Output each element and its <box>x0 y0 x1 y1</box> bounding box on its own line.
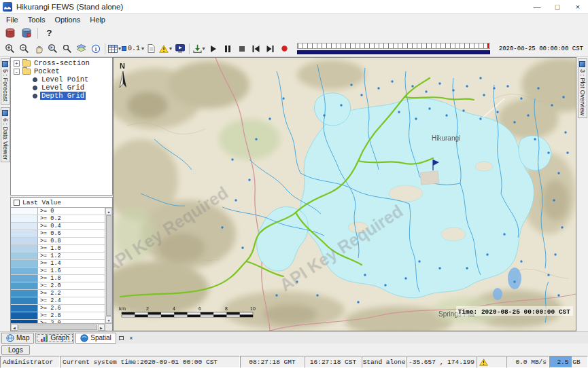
explorer-button[interactable] <box>19 26 33 40</box>
dock-tab-forecast[interactable]: 5 : Forecast <box>1 58 10 105</box>
layers-button[interactable] <box>74 42 88 56</box>
legend-color-swatch <box>11 253 38 259</box>
timeline-ruler[interactable] <box>297 43 490 49</box>
interval-dropdown[interactable]: 0.1 ▾ <box>122 42 144 56</box>
status-download-rate: 0.0 MB/s <box>506 356 549 368</box>
dot-icon <box>33 86 37 90</box>
stop-icon <box>239 45 245 52</box>
minimize-button[interactable]: — <box>527 0 547 13</box>
go-to-end-button[interactable] <box>263 42 277 56</box>
status-system-time: Current system time:2020-09-01 00:00 CST <box>60 356 240 368</box>
close-button[interactable]: × <box>568 0 588 13</box>
toolbar-separator <box>189 43 190 54</box>
tab-map[interactable]: Map <box>1 333 34 344</box>
zoom-in-icon <box>5 43 15 54</box>
time-cursor[interactable] <box>487 43 489 48</box>
legend-color-swatch <box>11 260 38 267</box>
timeline-slider[interactable] <box>297 43 490 54</box>
menu-tools[interactable]: Tools <box>24 15 51 24</box>
tree-item[interactable]: -Pocket <box>11 67 112 75</box>
right-dock-strip: 3 : Plot Overview <box>576 57 588 331</box>
legend-panel: Last Value >= 0>= 0.2>= 0.4>= 0.6>= 0.8>… <box>10 197 113 331</box>
go-to-start-button[interactable] <box>249 42 263 56</box>
timeline-period-bar <box>297 50 490 54</box>
left-dock-strip: 5 : Forecast 6 : Data Viewer <box>0 57 10 331</box>
map-canvas[interactable]: API Key Required API Key Required Hikura… <box>114 58 576 331</box>
animation-display-button[interactable] <box>173 42 187 56</box>
tab-graph[interactable]: Graph <box>35 333 74 344</box>
legend-label: >= 1.6 <box>38 268 105 274</box>
dock-tab-data-viewer[interactable]: 6 : Data Viewer <box>1 107 10 162</box>
legend-label: >= 2.4 <box>38 297 105 304</box>
hand-icon <box>34 44 44 54</box>
zoom-extent-button[interactable] <box>60 42 74 56</box>
legend-row: >= 0.4 <box>11 223 105 230</box>
warning-dropdown[interactable]: ▾ <box>158 42 173 56</box>
legend-row: >= 2.2 <box>11 290 105 297</box>
database-button[interactable] <box>3 26 17 40</box>
legend-color-swatch <box>11 223 38 229</box>
stop-button[interactable] <box>235 42 249 56</box>
window-title: Hikurangi FEWS (Stand alone) <box>16 3 123 11</box>
status-user: Administrator <box>0 356 60 368</box>
tab-label: Spatial <box>90 334 111 342</box>
float-panel-button[interactable] <box>118 334 126 342</box>
status-gmt-time: 08:27:18 GMT <box>240 356 305 368</box>
forecast-tab-icon <box>2 61 8 67</box>
legend-row: >= 1.0 <box>11 245 105 253</box>
legend-row: >= 0.2 <box>11 215 105 223</box>
profile-button[interactable] <box>144 42 158 56</box>
tree-item[interactable]: +Cross-section <box>11 59 112 67</box>
legend-row: >= 0.8 <box>11 238 105 245</box>
scrollbar-thumb[interactable] <box>18 325 97 330</box>
legend-row: >= 1.8 <box>11 275 105 282</box>
tab-spatial[interactable]: Spatial <box>75 333 116 344</box>
tree-item[interactable]: Depth Grid <box>11 92 112 100</box>
menu-options[interactable]: Options <box>50 15 86 24</box>
dock-tab-plot-overview[interactable]: 3 : Plot Overview <box>578 58 587 118</box>
zoom-out-button[interactable] <box>17 42 31 56</box>
chevron-down-icon: ▾ <box>203 46 205 52</box>
map-time-label: Time: 2020-08-25 00:00:00 CST <box>456 306 573 316</box>
legend-title: Last Value <box>22 199 61 206</box>
tree-item[interactable]: Level Point <box>11 75 112 84</box>
scroll-up-icon[interactable]: ▲ <box>105 208 112 215</box>
status-warning[interactable] <box>477 356 506 368</box>
help-button[interactable]: ? <box>42 26 56 40</box>
legend-horizontal-scrollbar[interactable]: ◀ ▶ <box>11 323 105 331</box>
legend-vertical-scrollbar[interactable]: ▲ ▼ <box>105 208 112 323</box>
warning-icon <box>479 358 488 366</box>
status-memory: 2.5 GB <box>549 356 588 368</box>
legend-color-swatch <box>11 215 38 222</box>
pause-button[interactable] <box>220 42 235 56</box>
menu-file[interactable]: File <box>2 15 24 24</box>
tree-item[interactable]: Level Grid <box>11 84 112 92</box>
svg-text:10: 10 <box>250 306 256 311</box>
play-button[interactable] <box>206 42 220 56</box>
scrollbar-thumb[interactable] <box>106 215 111 316</box>
info-button[interactable]: i <box>88 42 103 56</box>
warning-icon <box>159 45 169 53</box>
record-button[interactable] <box>277 42 292 56</box>
scroll-down-icon[interactable]: ▼ <box>105 316 112 323</box>
zoom-in-button[interactable] <box>3 42 17 56</box>
export-animation-dropdown[interactable]: ▾ <box>192 42 206 56</box>
close-panel-button[interactable]: × <box>127 334 135 342</box>
legend-row: >= 2.0 <box>11 282 105 290</box>
logs-button[interactable]: Logs <box>1 345 30 355</box>
scroll-left-icon[interactable]: ◀ <box>11 324 18 331</box>
grid-display-button[interactable]: ▾ <box>107 42 122 56</box>
scroll-right-icon[interactable]: ▶ <box>98 324 105 331</box>
pan-button[interactable] <box>31 42 46 56</box>
current-time-display: 2020-08-25 00:00:00 CST <box>497 44 585 54</box>
tree-expander[interactable]: + <box>14 60 20 67</box>
last-value-checkbox[interactable] <box>14 200 20 206</box>
menu-help[interactable]: Help <box>86 15 111 24</box>
status-coordinates: -35.657 , 174.199 <box>407 356 477 368</box>
top-toolbar: ? <box>0 25 588 41</box>
previous-zoom-button[interactable] <box>46 42 60 56</box>
legend-label: >= 1.0 <box>38 245 105 252</box>
tree-expander[interactable]: - <box>14 69 20 75</box>
maximize-button[interactable]: □ <box>547 0 568 13</box>
document-icon <box>148 44 155 53</box>
